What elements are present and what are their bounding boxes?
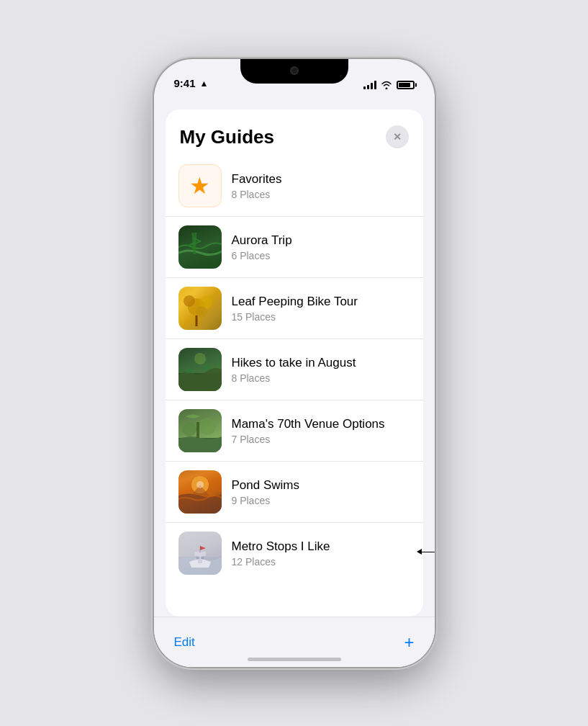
guide-item-hikes[interactable]: Hikes to take in August 8 Places [166, 339, 423, 400]
wifi-icon [381, 81, 392, 89]
guide-info-favorites: Favorites 8 Places [232, 172, 410, 200]
guide-name-metro: Metro Stops I Like [232, 539, 410, 554]
guide-count-pond: 9 Places [232, 495, 410, 506]
svg-rect-10 [196, 422, 199, 438]
guide-name-aurora: Aurora Trip [232, 233, 410, 248]
guide-item-leaf[interactable]: Leaf Peeping Bike Tour 15 Places [166, 278, 423, 339]
guide-name-mamas: Mama's 70th Venue Options [232, 417, 410, 431]
svg-point-9 [199, 418, 216, 435]
status-time: 9:41 ▲ [174, 77, 209, 89]
battery-fill [399, 83, 410, 87]
svg-rect-0 [178, 225, 222, 269]
guide-name-pond: Pond Swims [232, 478, 410, 493]
guide-item-pond[interactable]: Pond Swims 9 Places [166, 462, 423, 523]
callout-annotation: Izveidojiet ceļvedi ar apskates objektie… [417, 538, 435, 566]
status-icons [363, 81, 415, 89]
guide-item-mamas[interactable]: Mama's 70th Venue Options 7 Places [166, 400, 423, 462]
guide-count-metro: 12 Places [232, 556, 410, 568]
edit-button[interactable]: Edit [174, 635, 195, 650]
phone-frame: 9:41 ▲ My Guides ✕ [154, 59, 435, 667]
battery-icon [397, 81, 415, 89]
guide-info-metro: Metro Stops I Like 12 Places [232, 539, 410, 568]
time-display: 9:41 [174, 77, 196, 89]
svg-rect-17 [196, 557, 199, 559]
callout-arrow-icon [417, 549, 422, 555]
guide-thumbnail-pond [178, 470, 222, 514]
guide-info-leaf: Leaf Peeping Bike Tour 15 Places [232, 295, 410, 323]
signal-bars-icon [363, 81, 376, 89]
callout-line [422, 552, 435, 552]
svg-rect-18 [201, 557, 204, 559]
camera-dot [290, 66, 299, 75]
guide-info-aurora: Aurora Trip 6 Places [232, 233, 410, 261]
star-icon: ★ [189, 172, 210, 200]
guide-item-aurora[interactable]: Aurora Trip 6 Places [166, 217, 423, 278]
svg-point-8 [182, 422, 196, 436]
add-guide-button[interactable]: + [404, 632, 414, 653]
guide-name-favorites: Favorites [232, 172, 410, 187]
guide-name-leaf: Leaf Peeping Bike Tour [232, 295, 410, 309]
guide-thumbnail-aurora [178, 225, 222, 269]
guide-item-metro[interactable]: Metro Stops I Like 12 Places [166, 523, 423, 583]
guides-list: ★ Favorites 8 Places [166, 156, 423, 617]
modal-title: My Guides [180, 126, 274, 148]
svg-point-12 [196, 481, 204, 488]
guide-count-favorites: 8 Places [232, 189, 410, 200]
guide-count-leaf: 15 Places [232, 311, 410, 323]
my-guides-modal: My Guides ✕ ★ Favorites 8 Places [166, 109, 423, 617]
guide-count-aurora: 6 Places [232, 250, 410, 261]
modal-header: My Guides ✕ [166, 109, 423, 156]
guide-item-favorites[interactable]: ★ Favorites 8 Places [166, 156, 423, 217]
guide-thumbnail-favorites: ★ [178, 164, 222, 207]
location-arrow-icon: ▲ [200, 79, 209, 89]
guide-thumbnail-hikes [178, 348, 222, 391]
notch [240, 59, 348, 84]
guide-count-hikes: 8 Places [232, 372, 410, 384]
guide-thumbnail-leaf [178, 287, 222, 330]
guide-thumbnail-metro [178, 532, 222, 575]
close-icon: ✕ [393, 132, 402, 142]
guide-info-pond: Pond Swims 9 Places [232, 478, 410, 506]
guide-info-hikes: Hikes to take in August 8 Places [232, 356, 410, 384]
content-area: My Guides ✕ ★ Favorites 8 Places [154, 95, 435, 667]
guide-count-mamas: 7 Places [232, 434, 410, 445]
guide-thumbnail-mamas [178, 409, 222, 452]
svg-point-6 [194, 353, 206, 364]
close-button[interactable]: ✕ [386, 125, 409, 148]
guide-info-mamas: Mama's 70th Venue Options 7 Places [232, 417, 410, 445]
guide-name-hikes: Hikes to take in August [232, 356, 410, 370]
svg-point-3 [184, 295, 195, 307]
home-indicator [248, 658, 341, 661]
